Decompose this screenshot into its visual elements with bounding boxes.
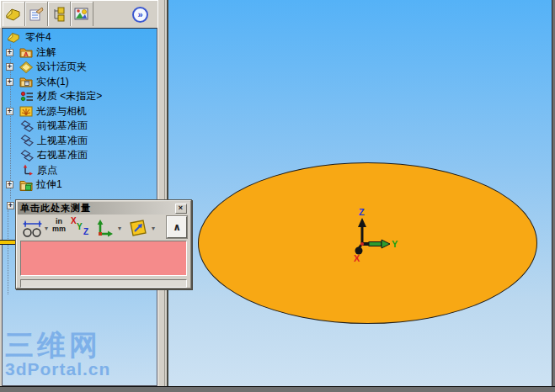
tab-configurationmanager[interactable]	[48, 2, 71, 26]
tab-third-party[interactable]	[71, 2, 93, 26]
expand-plus-icon[interactable]: +	[6, 78, 13, 86]
highlighted-sketch-edge	[0, 240, 15, 245]
annotations-folder-icon: A	[19, 46, 33, 58]
measure-status-bar	[20, 279, 187, 288]
tree-item-label: 拉伸1	[36, 177, 62, 192]
xyz-icon[interactable]: X Y Z	[71, 216, 91, 238]
tree-item-part-root[interactable]: 零件4	[3, 30, 157, 45]
plane-icon	[20, 150, 34, 162]
tree-item-label: 右视基准面	[37, 148, 88, 162]
tree-item-label: 注解	[36, 45, 56, 60]
design-binder-icon	[19, 61, 33, 73]
tree-item-extrude1[interactable]: + 拉伸1	[3, 177, 157, 193]
units-in-mm-icon[interactable]: in mm	[51, 218, 67, 233]
plane-icon	[20, 135, 34, 146]
origin-icon	[20, 164, 34, 176]
tree-item-label: 实体(1)	[36, 75, 69, 89]
tree-connector-line	[8, 210, 8, 294]
lights-cameras-icon	[19, 105, 33, 117]
dropdown-arrow-icon[interactable]: ▾	[118, 225, 121, 232]
configurationmanager-icon	[51, 7, 67, 22]
tree-item-front-plane[interactable]: 前视基准面	[3, 119, 157, 134]
tree-item-right-plane[interactable]: 右视基准面	[3, 148, 157, 163]
expand-plus-icon[interactable]: +	[6, 63, 13, 71]
projection-icon[interactable]	[128, 218, 148, 238]
svg-text:A: A	[24, 50, 29, 58]
tree-item-label: 设计活页夹	[36, 60, 87, 74]
tree-item-origin[interactable]: 原点	[3, 163, 157, 178]
tree-item-label: 材质 <未指定>	[37, 89, 102, 103]
tree-item-label: 前视基准面	[37, 119, 88, 133]
tree-item-label: 光源与相机	[36, 104, 87, 119]
measure-dialog: 单击此处来测量 × ▾ in mm	[15, 199, 192, 289]
plane-icon	[20, 120, 34, 132]
tree-item-label: 零件4	[25, 30, 51, 45]
measure-dialog-titlebar[interactable]: 单击此处来测量 ×	[18, 202, 189, 215]
panel-splitter[interactable]	[157, 0, 168, 386]
measure-result-area	[20, 241, 187, 276]
collapse-icon[interactable]: ∧	[167, 216, 187, 238]
triad-x-label: X	[354, 253, 360, 263]
tree-item-annotations[interactable]: + A 注解	[3, 45, 157, 61]
watermark-logo-text: 三维网	[5, 330, 110, 360]
close-icon[interactable]: ×	[175, 204, 187, 214]
expand-plus-icon[interactable]: +	[6, 108, 13, 115]
expand-plus-icon[interactable]: +	[6, 49, 13, 56]
tab-featuremanager-tree[interactable]	[3, 2, 25, 26]
solidworks-window: Z Y X	[0, 0, 555, 392]
measure-toolbar: ▾ in mm X Y Z ▾	[17, 215, 190, 241]
solid-bodies-folder-icon	[19, 76, 33, 87]
origin-triad-icon: Z Y X	[341, 206, 408, 273]
watermark-url-text: 3dPortal.cn	[5, 360, 110, 379]
window-right-edge	[552, 0, 555, 386]
tree-item-material[interactable]: 材质 <未指定>	[3, 89, 157, 104]
expand-plus-icon[interactable]: +	[7, 202, 14, 209]
splitter-groove	[164, 0, 165, 386]
tree-item-top-plane[interactable]: 上视基准面	[3, 134, 157, 149]
measure-dialog-title: 单击此处来测量	[20, 202, 91, 215]
watermark: 三维网 3dPortal.cn	[5, 330, 110, 379]
dropdown-arrow-icon[interactable]: ▾	[45, 225, 48, 232]
tree-item-label: 原点	[37, 163, 57, 177]
tree-item-design-binder[interactable]: + 设计活页夹	[3, 60, 157, 75]
tab-propertymanager[interactable]	[25, 2, 48, 26]
expand-plus-icon[interactable]: +	[6, 181, 13, 188]
triad-y-label: Y	[392, 239, 398, 249]
material-icon	[20, 91, 34, 103]
third-party-icon	[74, 7, 89, 22]
measure-calipers-icon[interactable]	[22, 219, 44, 238]
window-bottom-edge	[0, 386, 555, 392]
panel-overflow-button[interactable]: »	[132, 7, 148, 23]
part-icon	[7, 31, 21, 44]
tree-item-label: 上视基准面	[37, 134, 88, 148]
dropdown-arrow-icon[interactable]: ▾	[152, 225, 155, 232]
extrude-feature-icon	[19, 179, 33, 191]
propertymanager-icon	[29, 7, 44, 22]
featuremanager-tree-icon	[5, 7, 22, 22]
tree-item-lights-cameras[interactable]: + 光源与相机	[3, 104, 157, 119]
coordinate-system-icon[interactable]	[94, 218, 115, 238]
tree-item-solid-bodies[interactable]: + 实体(1)	[3, 75, 157, 90]
triad-z-label: Z	[359, 207, 365, 217]
graphics-viewport[interactable]: Z Y X	[168, 0, 552, 386]
